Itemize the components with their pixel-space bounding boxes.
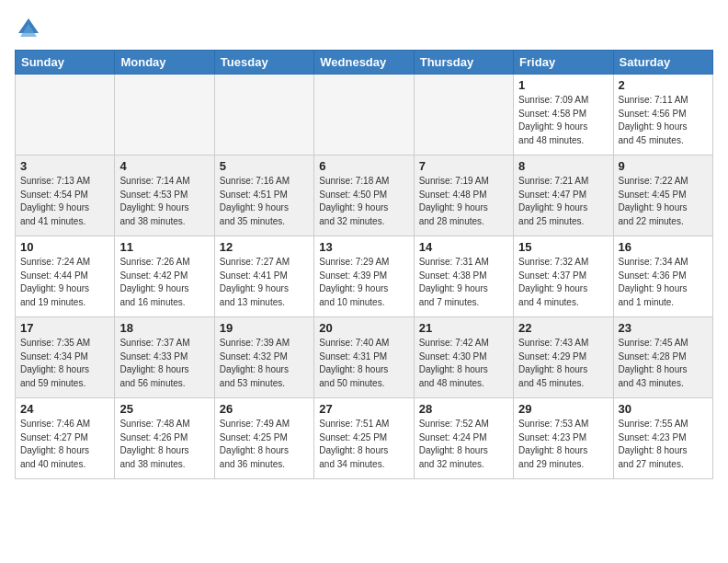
day-info: Sunrise: 7:27 AM Sunset: 4:41 PM Dayligh… [220,256,309,309]
logo [15,15,46,42]
day-number: 17 [20,321,109,335]
day-info: Sunrise: 7:31 AM Sunset: 4:38 PM Dayligh… [419,256,508,309]
header [15,11,713,42]
calendar-week-row: 1Sunrise: 7:09 AM Sunset: 4:58 PM Daylig… [16,75,713,155]
day-info: Sunrise: 7:18 AM Sunset: 4:50 PM Dayligh… [319,175,408,228]
page: SundayMondayTuesdayWednesdayThursdayFrid… [0,0,728,563]
calendar-day-cell [214,75,313,155]
day-info: Sunrise: 7:42 AM Sunset: 4:30 PM Dayligh… [419,337,508,390]
day-number: 30 [619,402,708,416]
day-number: 8 [518,159,608,173]
day-info: Sunrise: 7:34 AM Sunset: 4:36 PM Dayligh… [619,256,708,309]
day-number: 22 [518,321,608,335]
day-info: Sunrise: 7:09 AM Sunset: 4:58 PM Dayligh… [518,94,608,147]
calendar-day-cell: 17Sunrise: 7:35 AM Sunset: 4:34 PM Dayli… [16,317,115,398]
calendar-week-row: 24Sunrise: 7:46 AM Sunset: 4:27 PM Dayli… [16,398,713,479]
calendar-week-row: 10Sunrise: 7:24 AM Sunset: 4:44 PM Dayli… [16,236,713,317]
day-info: Sunrise: 7:45 AM Sunset: 4:28 PM Dayligh… [619,337,708,390]
day-number: 29 [518,402,608,416]
day-info: Sunrise: 7:35 AM Sunset: 4:34 PM Dayligh… [20,337,109,390]
day-number: 18 [119,321,209,335]
calendar-day-cell: 29Sunrise: 7:53 AM Sunset: 4:23 PM Dayli… [514,398,613,479]
calendar-day-cell: 1Sunrise: 7:09 AM Sunset: 4:58 PM Daylig… [514,75,613,155]
calendar-day-cell: 8Sunrise: 7:21 AM Sunset: 4:47 PM Daylig… [514,155,613,236]
day-number: 15 [518,240,608,254]
calendar-day-cell [314,75,414,155]
day-number: 7 [419,159,508,173]
calendar-header-tuesday: Tuesday [214,51,313,75]
calendar-day-cell: 7Sunrise: 7:19 AM Sunset: 4:48 PM Daylig… [414,155,513,236]
calendar-day-cell: 16Sunrise: 7:34 AM Sunset: 4:36 PM Dayli… [613,236,712,317]
day-info: Sunrise: 7:16 AM Sunset: 4:51 PM Dayligh… [220,175,309,228]
calendar-day-cell [16,75,115,155]
day-info: Sunrise: 7:11 AM Sunset: 4:56 PM Dayligh… [619,94,708,147]
calendar-day-cell: 20Sunrise: 7:40 AM Sunset: 4:31 PM Dayli… [314,317,414,398]
calendar-day-cell: 2Sunrise: 7:11 AM Sunset: 4:56 PM Daylig… [613,75,712,155]
day-number: 27 [319,402,408,416]
day-number: 13 [319,240,408,254]
calendar-day-cell: 12Sunrise: 7:27 AM Sunset: 4:41 PM Dayli… [214,236,313,317]
day-info: Sunrise: 7:21 AM Sunset: 4:47 PM Dayligh… [518,175,608,228]
day-number: 10 [20,240,109,254]
calendar-table: SundayMondayTuesdayWednesdayThursdayFrid… [15,50,713,479]
calendar-day-cell: 21Sunrise: 7:42 AM Sunset: 4:30 PM Dayli… [414,317,513,398]
day-number: 16 [619,240,708,254]
calendar-day-cell [115,75,214,155]
calendar-day-cell: 5Sunrise: 7:16 AM Sunset: 4:51 PM Daylig… [214,155,313,236]
calendar-day-cell: 3Sunrise: 7:13 AM Sunset: 4:54 PM Daylig… [16,155,115,236]
calendar-header-thursday: Thursday [414,51,513,75]
day-info: Sunrise: 7:46 AM Sunset: 4:27 PM Dayligh… [20,418,109,471]
day-number: 21 [419,321,508,335]
calendar-day-cell: 26Sunrise: 7:49 AM Sunset: 4:25 PM Dayli… [214,398,313,479]
day-info: Sunrise: 7:51 AM Sunset: 4:25 PM Dayligh… [319,418,408,471]
calendar-day-cell: 19Sunrise: 7:39 AM Sunset: 4:32 PM Dayli… [214,317,313,398]
calendar-day-cell: 6Sunrise: 7:18 AM Sunset: 4:50 PM Daylig… [314,155,414,236]
day-number: 1 [518,78,608,92]
calendar-week-row: 17Sunrise: 7:35 AM Sunset: 4:34 PM Dayli… [16,317,713,398]
day-info: Sunrise: 7:22 AM Sunset: 4:45 PM Dayligh… [619,175,708,228]
day-number: 12 [220,240,309,254]
calendar-week-row: 3Sunrise: 7:13 AM Sunset: 4:54 PM Daylig… [16,155,713,236]
day-info: Sunrise: 7:39 AM Sunset: 4:32 PM Dayligh… [220,337,309,390]
day-info: Sunrise: 7:53 AM Sunset: 4:23 PM Dayligh… [518,418,608,471]
day-number: 25 [119,402,209,416]
day-number: 23 [619,321,708,335]
calendar-day-cell: 9Sunrise: 7:22 AM Sunset: 4:45 PM Daylig… [613,155,712,236]
calendar-day-cell: 23Sunrise: 7:45 AM Sunset: 4:28 PM Dayli… [613,317,712,398]
calendar-day-cell: 30Sunrise: 7:55 AM Sunset: 4:23 PM Dayli… [613,398,712,479]
calendar-header-monday: Monday [115,51,214,75]
calendar-day-cell: 15Sunrise: 7:32 AM Sunset: 4:37 PM Dayli… [514,236,613,317]
day-number: 11 [119,240,209,254]
calendar-header-friday: Friday [514,51,613,75]
day-info: Sunrise: 7:48 AM Sunset: 4:26 PM Dayligh… [119,418,209,471]
logo-icon [15,15,42,42]
calendar-day-cell: 13Sunrise: 7:29 AM Sunset: 4:39 PM Dayli… [314,236,414,317]
calendar-day-cell: 28Sunrise: 7:52 AM Sunset: 4:24 PM Dayli… [414,398,513,479]
day-number: 9 [619,159,708,173]
day-number: 5 [220,159,309,173]
calendar-day-cell: 11Sunrise: 7:26 AM Sunset: 4:42 PM Dayli… [115,236,214,317]
calendar-day-cell: 24Sunrise: 7:46 AM Sunset: 4:27 PM Dayli… [16,398,115,479]
day-info: Sunrise: 7:19 AM Sunset: 4:48 PM Dayligh… [419,175,508,228]
day-number: 28 [419,402,508,416]
calendar-header-row: SundayMondayTuesdayWednesdayThursdayFrid… [16,51,713,75]
day-info: Sunrise: 7:55 AM Sunset: 4:23 PM Dayligh… [619,418,708,471]
day-info: Sunrise: 7:26 AM Sunset: 4:42 PM Dayligh… [119,256,209,309]
day-info: Sunrise: 7:29 AM Sunset: 4:39 PM Dayligh… [319,256,408,309]
calendar-day-cell: 10Sunrise: 7:24 AM Sunset: 4:44 PM Dayli… [16,236,115,317]
day-info: Sunrise: 7:14 AM Sunset: 4:53 PM Dayligh… [119,175,209,228]
calendar-header-sunday: Sunday [16,51,115,75]
calendar-day-cell: 25Sunrise: 7:48 AM Sunset: 4:26 PM Dayli… [115,398,214,479]
calendar-day-cell: 4Sunrise: 7:14 AM Sunset: 4:53 PM Daylig… [115,155,214,236]
day-number: 2 [619,78,708,92]
day-number: 4 [119,159,209,173]
calendar-day-cell: 14Sunrise: 7:31 AM Sunset: 4:38 PM Dayli… [414,236,513,317]
calendar-header-wednesday: Wednesday [314,51,414,75]
day-number: 24 [20,402,109,416]
day-info: Sunrise: 7:32 AM Sunset: 4:37 PM Dayligh… [518,256,608,309]
day-number: 19 [220,321,309,335]
day-info: Sunrise: 7:40 AM Sunset: 4:31 PM Dayligh… [319,337,408,390]
calendar-day-cell: 27Sunrise: 7:51 AM Sunset: 4:25 PM Dayli… [314,398,414,479]
day-info: Sunrise: 7:43 AM Sunset: 4:29 PM Dayligh… [518,337,608,390]
calendar-day-cell [414,75,513,155]
